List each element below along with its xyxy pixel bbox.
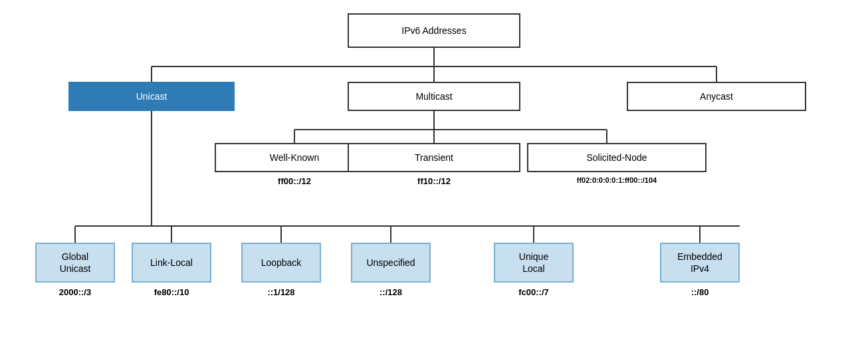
addr-link-local: fe80::/10 (132, 287, 211, 297)
addr-global-unicast: 2000::/3 (35, 287, 115, 297)
addr-unspecified: ::/128 (351, 287, 431, 297)
addr-loopback: ::1/128 (241, 287, 321, 297)
node-root: IPv6 Addresses (348, 13, 520, 48)
node-embedded-ipv4: Embedded IPv4 (660, 243, 740, 283)
diagram: IPv6 Addresses Unicast Multicast Anycast… (35, 7, 833, 352)
node-solicited-node: Solicited-Node (527, 143, 706, 172)
node-unspecified: Unspecified (351, 243, 431, 283)
addr-unique-local: fc00::/7 (494, 287, 574, 297)
node-link-local: Link-Local (132, 243, 211, 283)
node-multicast: Multicast (348, 82, 520, 111)
addr-solicited-node: ff02:0:0:0:0:1:ff00::/104 (514, 176, 720, 184)
node-unicast: Unicast (68, 82, 235, 111)
node-unique-local: Unique Local (494, 243, 574, 283)
node-transient: Transient (348, 143, 520, 172)
node-global-unicast: Global Unicast (35, 243, 115, 283)
node-anycast: Anycast (627, 82, 806, 111)
addr-transient: ff10::/12 (348, 176, 520, 186)
node-loopback: Loopback (241, 243, 321, 283)
addr-embedded-ipv4: ::/80 (660, 287, 740, 297)
